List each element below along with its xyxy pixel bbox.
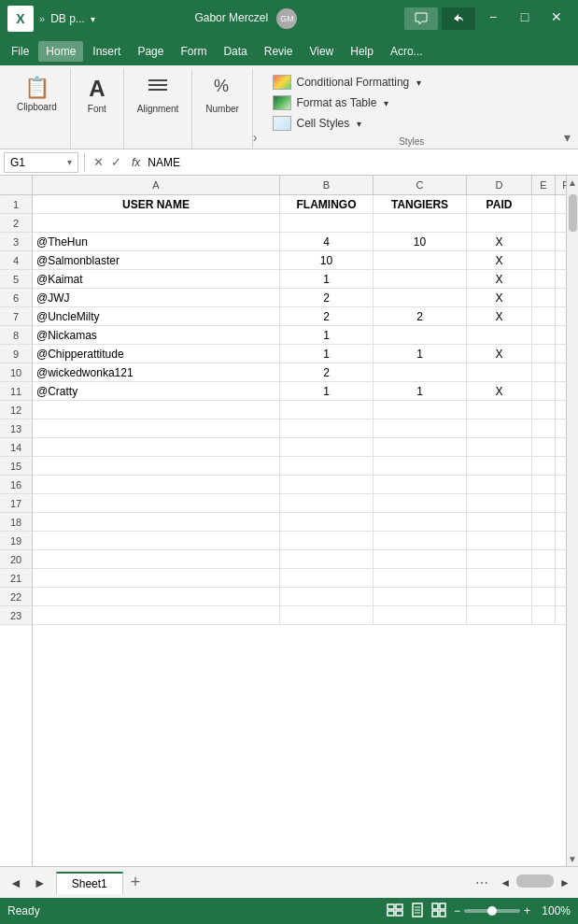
col-header-d[interactable]: D bbox=[467, 176, 532, 194]
cell-1-D[interactable]: PAID bbox=[467, 195, 532, 214]
cell-20-A[interactable] bbox=[33, 550, 280, 569]
cell-11-E[interactable] bbox=[532, 382, 556, 401]
cell-14-E[interactable] bbox=[532, 438, 556, 457]
cell-5-E[interactable] bbox=[532, 270, 556, 289]
cell-13-A[interactable] bbox=[33, 419, 280, 438]
cell-20-E[interactable] bbox=[532, 550, 556, 569]
zoom-track[interactable] bbox=[464, 909, 520, 913]
cell-15-D[interactable] bbox=[467, 457, 532, 476]
cell-15-C[interactable] bbox=[374, 457, 467, 476]
conditional-formatting-dropdown[interactable]: ▾ bbox=[416, 78, 421, 88]
cell-20-C[interactable] bbox=[374, 550, 467, 569]
cell-3-B[interactable]: 4 bbox=[280, 233, 374, 251]
cell-10-D[interactable] bbox=[467, 363, 532, 382]
cell-23-F[interactable] bbox=[556, 606, 566, 625]
cell-8-F[interactable] bbox=[556, 326, 566, 345]
cell-7-F[interactable] bbox=[556, 307, 566, 326]
cell-12-A[interactable] bbox=[33, 401, 280, 419]
cell-14-F[interactable] bbox=[556, 438, 566, 457]
cell-17-E[interactable] bbox=[532, 494, 556, 513]
sheet-scroll-right-button[interactable]: ► bbox=[556, 874, 574, 891]
cell-23-D[interactable] bbox=[467, 606, 532, 625]
cell-8-B[interactable]: 1 bbox=[280, 326, 374, 345]
normal-view-button[interactable] bbox=[387, 903, 403, 919]
row-number-18[interactable]: 18 bbox=[0, 513, 32, 532]
cell-4-C[interactable] bbox=[374, 251, 467, 270]
row-number-1[interactable]: 1 bbox=[0, 195, 32, 214]
sheet-tab-sheet1[interactable]: Sheet1 bbox=[56, 872, 123, 894]
cell-2-C[interactable] bbox=[374, 214, 467, 233]
font-button[interactable]: A Font bbox=[78, 73, 116, 118]
scrollbar-track[interactable] bbox=[567, 190, 578, 852]
cell-14-A[interactable] bbox=[33, 438, 280, 457]
row-number-2[interactable]: 2 bbox=[0, 214, 32, 233]
cell-23-A[interactable] bbox=[33, 606, 280, 625]
cell-19-A[interactable] bbox=[33, 532, 280, 550]
cell-2-D[interactable] bbox=[467, 214, 532, 233]
cell-15-B[interactable] bbox=[280, 457, 374, 476]
cell-21-B[interactable] bbox=[280, 569, 374, 588]
cell-14-D[interactable] bbox=[467, 438, 532, 457]
cell-8-D[interactable] bbox=[467, 326, 532, 345]
cell-10-C[interactable] bbox=[374, 363, 467, 382]
cell-9-F[interactable] bbox=[556, 345, 566, 363]
menu-home[interactable]: Home bbox=[38, 41, 83, 62]
sheet-scroll-left-button[interactable]: ◄ bbox=[496, 874, 515, 891]
cell-19-C[interactable] bbox=[374, 532, 467, 550]
cell-18-C[interactable] bbox=[374, 513, 467, 532]
comment-button[interactable] bbox=[404, 7, 438, 30]
vertical-scrollbar[interactable]: ▲ ▼ bbox=[566, 176, 578, 866]
cell-4-D[interactable]: X bbox=[467, 251, 532, 270]
row-number-20[interactable]: 20 bbox=[0, 550, 32, 569]
row-number-21[interactable]: 21 bbox=[0, 569, 32, 588]
cell-12-B[interactable] bbox=[280, 401, 374, 419]
cell-5-F[interactable] bbox=[556, 270, 566, 289]
row-number-19[interactable]: 19 bbox=[0, 532, 32, 550]
cell-ref-dropdown[interactable]: ▾ bbox=[67, 157, 72, 167]
cell-17-D[interactable] bbox=[467, 494, 532, 513]
cell-11-A[interactable]: @Cratty bbox=[33, 382, 280, 401]
col-header-b[interactable]: B bbox=[280, 176, 374, 194]
cell-13-D[interactable] bbox=[467, 419, 532, 438]
cell-6-C[interactable] bbox=[374, 289, 467, 307]
cell-22-E[interactable] bbox=[532, 588, 556, 606]
cell-19-B[interactable] bbox=[280, 532, 374, 550]
menu-form[interactable]: Form bbox=[173, 41, 214, 62]
cell-18-D[interactable] bbox=[467, 513, 532, 532]
cell-5-B[interactable]: 1 bbox=[280, 270, 374, 289]
cell-1-E[interactable] bbox=[532, 195, 556, 214]
cell-9-B[interactable]: 1 bbox=[280, 345, 374, 363]
cell-18-F[interactable] bbox=[556, 513, 566, 532]
cell-16-F[interactable] bbox=[556, 476, 566, 494]
menu-acrobat[interactable]: Acro... bbox=[383, 41, 430, 62]
cell-21-A[interactable] bbox=[33, 569, 280, 588]
cell-16-E[interactable] bbox=[532, 476, 556, 494]
cell-5-C[interactable] bbox=[374, 270, 467, 289]
cell-5-A[interactable]: @Kaimat bbox=[33, 270, 280, 289]
menu-data[interactable]: Data bbox=[216, 41, 254, 62]
formula-input[interactable]: NAME bbox=[148, 156, 574, 169]
cell-1-F[interactable] bbox=[556, 195, 566, 214]
cell-16-A[interactable] bbox=[33, 476, 280, 494]
cell-7-B[interactable]: 2 bbox=[280, 307, 374, 326]
row-number-9[interactable]: 9 bbox=[0, 345, 32, 363]
cell-12-E[interactable] bbox=[532, 401, 556, 419]
cell-3-D[interactable]: X bbox=[467, 233, 532, 251]
cell-4-E[interactable] bbox=[532, 251, 556, 270]
cell-11-D[interactable]: X bbox=[467, 382, 532, 401]
cell-12-D[interactable] bbox=[467, 401, 532, 419]
col-header-a[interactable]: A bbox=[33, 176, 280, 194]
cell-9-D[interactable]: X bbox=[467, 345, 532, 363]
formula-cancel-button[interactable]: ✕ bbox=[91, 155, 106, 169]
cell-10-E[interactable] bbox=[532, 363, 556, 382]
cell-11-B[interactable]: 1 bbox=[280, 382, 374, 401]
cell-7-A[interactable]: @UncleMilty bbox=[33, 307, 280, 326]
cell-10-B[interactable]: 2 bbox=[280, 363, 374, 382]
cell-2-B[interactable] bbox=[280, 214, 374, 233]
row-number-22[interactable]: 22 bbox=[0, 588, 32, 606]
row-number-17[interactable]: 17 bbox=[0, 494, 32, 513]
cell-15-E[interactable] bbox=[532, 457, 556, 476]
row-number-7[interactable]: 7 bbox=[0, 307, 32, 326]
row-number-12[interactable]: 12 bbox=[0, 401, 32, 419]
cell-6-E[interactable] bbox=[532, 289, 556, 307]
